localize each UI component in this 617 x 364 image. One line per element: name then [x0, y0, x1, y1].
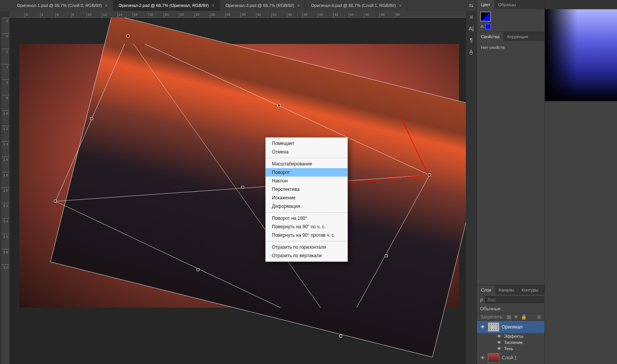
menu-item-perspective[interactable]: Перспектива	[266, 185, 347, 194]
menu-item-scale[interactable]: Масштабирование	[266, 160, 347, 168]
menu-item-warp[interactable]: Деформация	[266, 202, 347, 211]
transform-handle[interactable]	[54, 200, 57, 202]
layer-row[interactable]: 👁 Оригинал	[477, 321, 545, 333]
tab-layers[interactable]: Слои	[477, 285, 495, 295]
properties-panel: Нет свойств	[477, 41, 545, 54]
ruler-tick: 0	[2, 33, 9, 49]
ruler-tick: 1 2	[2, 126, 9, 141]
visibility-icon[interactable]: 👁	[480, 324, 486, 330]
menu-item-place[interactable]: Помещает	[266, 139, 347, 148]
tab-channels[interactable]: Каналы	[495, 285, 518, 295]
tab-paths[interactable]: Контуры	[518, 285, 542, 295]
tab-color[interactable]: Цвет	[477, 0, 494, 9]
lock-label: Закрепить:	[480, 314, 504, 320]
color-picker[interactable]	[545, 9, 617, 101]
ruler-tick: 2 4	[2, 218, 9, 234]
document-tab[interactable]: Оригинал-3.psd @ 66,7% (RGB/8#)×	[220, 0, 306, 11]
menu-item-flipv[interactable]: Отразить по вертикали	[266, 251, 347, 260]
ruler-tick: 24	[194, 13, 210, 17]
paragraph-panel-icon[interactable]: ¶	[470, 37, 473, 43]
menu-item-fliph[interactable]: Отразить по горизонтали	[266, 243, 347, 251]
placed-image[interactable]	[51, 18, 466, 357]
menu-item-skew[interactable]: Наклон	[266, 177, 347, 185]
visibility-icon[interactable]: 👁	[480, 355, 486, 361]
menu-item-rotate180[interactable]: Поворот на 180°	[266, 214, 347, 222]
layer-row[interactable]: 👁 Слой 1	[477, 352, 545, 364]
menu-separator	[266, 212, 347, 212]
lock-pixels-icon[interactable]: ▦	[507, 314, 511, 320]
panel-icon[interactable]: ⇆	[469, 2, 474, 8]
layer-effect-item[interactable]: 👁Тень	[477, 345, 545, 352]
layer-effects-row[interactable]: 👁Эффекты	[477, 333, 545, 339]
filter-icon[interactable]: ρ	[480, 297, 483, 302]
close-icon[interactable]: ×	[105, 3, 107, 8]
tab-properties[interactable]: Свойства	[477, 32, 503, 41]
ruler-tick: 30	[241, 13, 256, 17]
document-tab[interactable]: Оригинал-2.psd @ 66,7% (Оригинал, RGB/8#…	[113, 0, 220, 11]
fg-bg-swatch[interactable]	[477, 9, 545, 24]
styles-panel-icon[interactable]: A̱	[469, 49, 473, 55]
ruler-tick: 8	[2, 95, 9, 110]
ruler-tick: 48	[379, 13, 395, 17]
ruler-tick: 18	[148, 13, 164, 17]
layer-effect-item[interactable]: 👁Тиснение	[477, 339, 545, 345]
ruler-tick: 46	[364, 13, 379, 17]
ruler-tick: 12	[102, 13, 117, 17]
close-icon[interactable]: ×	[399, 3, 401, 8]
lock-all-icon[interactable]: 🔒	[521, 314, 527, 320]
layer-thumbnail[interactable]	[488, 353, 499, 362]
layer-filter-input[interactable]	[485, 296, 544, 303]
menu-item-rotate90cw[interactable]: Повернуть на 90° по ч. с.	[266, 222, 347, 231]
tab-adjustments[interactable]: Коррекция	[503, 32, 532, 41]
ruler-tick: 1 8	[2, 172, 9, 187]
ruler-tick: 6	[2, 79, 9, 95]
color-panel-tabs: Цвет Образцы	[477, 0, 545, 9]
ruler-tick: 2	[2, 49, 9, 64]
trash-icon[interactable]: 🗑	[537, 314, 541, 320]
character-panel-icon[interactable]: A|	[469, 25, 474, 32]
ruler-horizontal[interactable]: 2468101214161820222426283032343638404244…	[9, 11, 466, 18]
panel-icon[interactable]: ⤭	[469, 14, 474, 20]
menu-item-cancel[interactable]: Отмена	[266, 148, 347, 156]
layer-name[interactable]: Оригинал	[502, 324, 523, 330]
ruler-tick: 20	[164, 13, 179, 17]
tab-swatches[interactable]: Образцы	[494, 0, 520, 9]
layer-name[interactable]: Слой 1	[502, 355, 517, 361]
close-icon[interactable]: ×	[212, 3, 214, 8]
ruler-tick: 42	[333, 13, 349, 17]
ruler-tick: 8	[71, 13, 86, 17]
transform-handle[interactable]	[339, 335, 342, 337]
ruler-vertical[interactable]: 2024681 01 21 41 61 82 02 22 42 62 83 0	[2, 18, 9, 364]
ruler-tick: 3 0	[2, 265, 9, 280]
menu-separator	[266, 158, 347, 158]
menu-item-rotate[interactable]: Поворот	[266, 168, 347, 177]
visibility-icon[interactable]: 👁	[496, 346, 502, 351]
artboard	[19, 44, 459, 308]
ruler-tick: 26	[210, 13, 225, 17]
canvas[interactable]: Помещает Отмена Масштабирование Поворот …	[9, 18, 466, 364]
ruler-tick: 2 2	[2, 203, 9, 218]
tab-label: Оригинал-1.psd @ 66,7% (Слой 0, RGB/8#)	[17, 3, 102, 8]
ruler-tick: 28	[225, 13, 241, 17]
visibility-icon[interactable]: 👁	[496, 340, 502, 345]
visibility-icon[interactable]: 👁	[496, 334, 502, 339]
ruler-tick: 1 6	[2, 157, 9, 172]
ruler-tick: 44	[349, 13, 364, 17]
foreground-background-icon[interactable]	[480, 12, 491, 22]
ruler-tick: 16	[133, 13, 148, 17]
document-tab[interactable]: Оригинал-1.psd @ 66,7% (Слой 0, RGB/8#)×	[12, 0, 113, 11]
menu-item-distort[interactable]: Искажение	[266, 194, 347, 202]
effects-label: Эффекты	[504, 334, 523, 339]
layer-thumbnail[interactable]	[488, 322, 499, 332]
document-tab[interactable]: Оригинал-4.psd @ 66,7% (Слой 1, RGB/8#)×	[305, 0, 407, 11]
tab-label: Оригинал-3.psd @ 66,7% (RGB/8#)	[226, 3, 294, 8]
menu-item-rotate90ccw[interactable]: Повернуть на 90° против ч. с.	[266, 231, 347, 239]
right-panels-right	[545, 0, 617, 364]
swatch-icon[interactable]	[486, 24, 491, 29]
tab-label: Оригинал-2.psd @ 66,7% (Оригинал, RGB/8#…	[119, 3, 209, 8]
lock-row: Закрепить: ▦ ✥ 🔒 🗑	[477, 313, 545, 321]
lock-position-icon[interactable]: ✥	[514, 314, 518, 320]
blend-mode-select[interactable]: Обычные	[480, 306, 501, 312]
ruler-tick: 34	[271, 13, 287, 17]
close-icon[interactable]: ×	[297, 3, 300, 8]
